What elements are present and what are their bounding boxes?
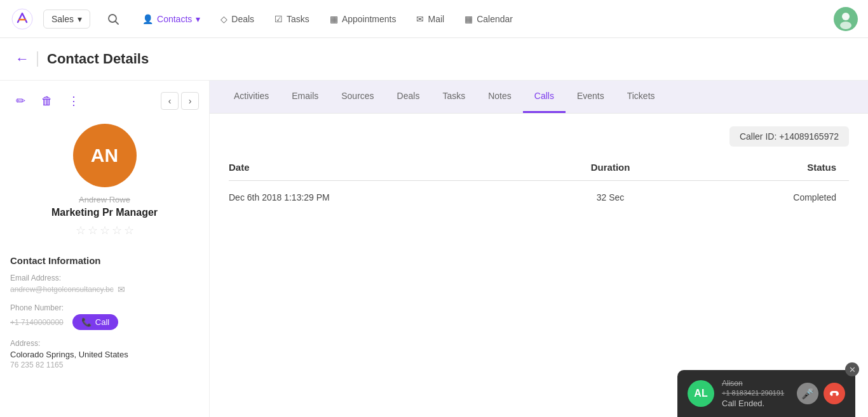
tab-activities[interactable]: Activities bbox=[222, 81, 280, 113]
nav-appointments-label: Appointments bbox=[342, 14, 397, 24]
popup-status: Call Ended. bbox=[722, 399, 789, 408]
star-3[interactable]: ☆ bbox=[100, 223, 110, 237]
nav-calendar-label: Calendar bbox=[477, 14, 513, 24]
nav-tasks-label: Tasks bbox=[287, 14, 309, 24]
svg-point-5 bbox=[840, 22, 851, 29]
page-header: ← Contact Details bbox=[0, 38, 868, 81]
top-navigation: Sales ▾ 👤 Contacts ▾ ◇ Deals ☑ Tasks ▦ A… bbox=[0, 0, 868, 38]
page-title: Contact Details bbox=[47, 51, 149, 67]
search-button[interactable] bbox=[103, 9, 123, 29]
table-row: Dec 6th 2018 1:13:29 PM 32 Sec Completed bbox=[229, 181, 849, 215]
star-5[interactable]: ☆ bbox=[124, 223, 134, 237]
calls-table: Date Duration Status Dec 6th 2018 1:13:2… bbox=[229, 162, 849, 214]
page-content: ← Contact Details ✏ 🗑 ⋮ ‹ › AN Andrew Ro… bbox=[0, 38, 868, 417]
popup-name: Alison bbox=[722, 379, 789, 388]
user-avatar[interactable] bbox=[834, 7, 858, 31]
contact-avatar-section: AN Andrew Rowe Marketing Pr Manager ☆ ☆ … bbox=[10, 124, 199, 237]
call-button[interactable]: 📞 Call bbox=[72, 314, 118, 330]
nav-deals-label: Deals bbox=[231, 14, 254, 24]
contact-sidebar: ✏ 🗑 ⋮ ‹ › AN Andrew Rowe Marketing Pr Ma… bbox=[0, 81, 210, 417]
email-label: Email Address: bbox=[10, 274, 199, 282]
header-divider bbox=[37, 51, 38, 67]
popup-avatar: AL bbox=[688, 380, 714, 407]
star-1[interactable]: ☆ bbox=[76, 223, 86, 237]
sales-dropdown-button[interactable]: Sales ▾ bbox=[43, 10, 90, 29]
tab-calls[interactable]: Calls bbox=[523, 81, 566, 113]
appointments-icon: ▦ bbox=[330, 14, 338, 24]
star-4[interactable]: ☆ bbox=[112, 223, 122, 237]
call-ended-popup: ✕ AL Alison +1 8183421 290191 Call Ended… bbox=[677, 370, 855, 417]
main-content: ✏ 🗑 ⋮ ‹ › AN Andrew Rowe Marketing Pr Ma… bbox=[0, 81, 868, 417]
svg-point-4 bbox=[842, 13, 850, 20]
contact-title: Marketing Pr Manager bbox=[51, 207, 158, 218]
phone-value-row: +1 7140000000 📞 Call bbox=[10, 314, 199, 330]
nav-item-deals[interactable]: ◇ Deals bbox=[212, 9, 263, 29]
app-logo[interactable] bbox=[10, 7, 34, 31]
next-contact-button[interactable]: › bbox=[181, 92, 199, 110]
phone-text: +1 7140000000 bbox=[10, 318, 64, 327]
main-panel: Activities Emails Sources Deals Tasks No… bbox=[210, 81, 868, 417]
phone-row: Phone Number: +1 7140000000 📞 Call bbox=[10, 303, 199, 330]
tab-tickets[interactable]: Tickets bbox=[616, 81, 667, 113]
email-value: andrew@hotgolconsultancy.bc ✉ bbox=[10, 284, 199, 295]
nav-item-tasks[interactable]: ☑ Tasks bbox=[266, 9, 318, 29]
call-status: Completed bbox=[672, 181, 849, 215]
nav-mail-label: Mail bbox=[428, 14, 444, 24]
contact-avatar: AN bbox=[73, 124, 137, 187]
sales-label: Sales bbox=[51, 14, 74, 24]
mail-icon: ✉ bbox=[416, 14, 424, 24]
popup-close-button[interactable]: ✕ bbox=[845, 362, 859, 376]
star-2[interactable]: ☆ bbox=[88, 223, 98, 237]
col-duration-header: Duration bbox=[548, 162, 672, 181]
phone-icon: 📞 bbox=[81, 317, 92, 327]
calendar-icon: ▦ bbox=[465, 14, 473, 24]
hangup-button[interactable] bbox=[824, 383, 845, 404]
caller-id-badge: Caller ID: +14089165972 bbox=[729, 126, 849, 147]
contact-name-blurred: Andrew Rowe bbox=[79, 195, 130, 204]
tabs-bar: Activities Emails Sources Deals Tasks No… bbox=[210, 81, 868, 114]
call-date: Dec 6th 2018 1:13:29 PM bbox=[229, 181, 548, 215]
contacts-icon: 👤 bbox=[142, 14, 153, 24]
email-text: andrew@hotgolconsultancy.bc bbox=[10, 285, 114, 294]
deals-icon: ◇ bbox=[220, 14, 227, 24]
call-duration: 32 Sec bbox=[548, 181, 672, 215]
nav-items: 👤 Contacts ▾ ◇ Deals ☑ Tasks ▦ Appointme… bbox=[133, 9, 834, 29]
popup-controls: 🎤 bbox=[797, 383, 845, 404]
tab-tasks[interactable]: Tasks bbox=[431, 81, 477, 113]
sidebar-actions: ✏ 🗑 ⋮ ‹ › bbox=[10, 91, 199, 111]
popup-info: Alison +1 8183421 290191 Call Ended. bbox=[722, 379, 789, 408]
nav-item-contacts[interactable]: 👤 Contacts ▾ bbox=[133, 9, 209, 29]
email-icon: ✉ bbox=[118, 284, 125, 295]
nav-item-appointments[interactable]: ▦ Appointments bbox=[321, 9, 405, 29]
table-header-row: Date Duration Status bbox=[229, 162, 849, 181]
address-value: Colorado Springs, United States bbox=[10, 350, 199, 359]
prev-contact-button[interactable]: ‹ bbox=[161, 92, 179, 110]
tab-notes[interactable]: Notes bbox=[477, 81, 523, 113]
contact-rating: ☆ ☆ ☆ ☆ ☆ bbox=[76, 223, 134, 237]
more-options-button[interactable]: ⋮ bbox=[64, 91, 84, 111]
tab-emails[interactable]: Emails bbox=[280, 81, 330, 113]
address-sub: 76 235 82 1165 bbox=[10, 361, 199, 369]
contact-nav-buttons: ‹ › bbox=[161, 92, 199, 110]
svg-point-1 bbox=[109, 15, 116, 22]
delete-button[interactable]: 🗑 bbox=[37, 91, 57, 111]
address-label: Address: bbox=[10, 339, 199, 348]
popup-number: +1 8183421 290191 bbox=[722, 389, 789, 397]
tab-deals[interactable]: Deals bbox=[386, 81, 431, 113]
address-row: Address: Colorado Springs, United States… bbox=[10, 339, 199, 369]
nav-contacts-label: Contacts bbox=[157, 14, 192, 24]
caller-id-row: Caller ID: +14089165972 bbox=[229, 126, 849, 147]
edit-button[interactable]: ✏ bbox=[10, 91, 31, 111]
col-status-header: Status bbox=[672, 162, 849, 181]
col-date-header: Date bbox=[229, 162, 548, 181]
tab-sources[interactable]: Sources bbox=[330, 81, 385, 113]
nav-item-mail[interactable]: ✉ Mail bbox=[407, 9, 453, 29]
phone-label: Phone Number: bbox=[10, 303, 199, 312]
nav-item-calendar[interactable]: ▦ Calendar bbox=[456, 9, 522, 29]
svg-line-2 bbox=[116, 22, 118, 24]
back-button[interactable]: ← bbox=[15, 51, 29, 67]
mute-button[interactable]: 🎤 bbox=[797, 383, 818, 404]
tab-events[interactable]: Events bbox=[566, 81, 616, 113]
email-row: Email Address: andrew@hotgolconsultancy.… bbox=[10, 274, 199, 295]
info-section-title: Contact Information bbox=[10, 255, 199, 266]
